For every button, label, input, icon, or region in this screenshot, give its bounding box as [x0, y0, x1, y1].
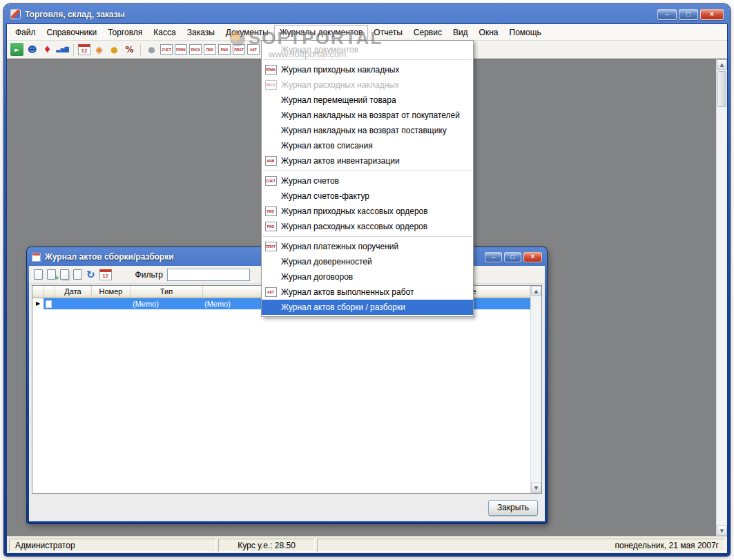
menu-servis[interactable]: Сервис: [408, 25, 447, 40]
row-icon-cell: [44, 298, 55, 309]
menu-item-scheta-faktury[interactable]: Журнал счетов-фактур: [262, 189, 473, 204]
cash-in-doc-icon: ПКО: [265, 206, 277, 216]
scroll-up-icon[interactable]: ▲: [531, 286, 541, 296]
menu-item-peremescheniya-tovara[interactable]: Журнал перемещений товара: [262, 93, 473, 108]
current-row-marker: ▶: [32, 298, 44, 309]
column-header-icon[interactable]: [44, 286, 55, 298]
menu-spravochniki[interactable]: Справочники: [41, 25, 103, 40]
payment-doc-icon: ПЛАТ: [265, 242, 277, 251]
menu-kassa[interactable]: Касса: [148, 25, 181, 40]
expense-doc-icon[interactable]: РАСХ: [189, 44, 202, 55]
menu-item-scheta[interactable]: СЧЕТ Журнал счетов: [262, 173, 473, 189]
menu-item-prihodnye-nakladnye[interactable]: ПРИХ Журнал приходных накладных: [262, 62, 473, 77]
toolbar-separator: [73, 44, 74, 56]
documents-icon[interactable]: [73, 269, 82, 280]
calendar-icon[interactable]: 12: [78, 44, 90, 55]
status-date: понедельник, 21 мая 2007г: [317, 539, 725, 552]
goods-icon[interactable]: ♦: [41, 43, 54, 56]
mdi-scrollbar[interactable]: ▲ ▼: [716, 59, 727, 536]
column-header-marker[interactable]: [32, 286, 44, 298]
period-calendar-icon[interactable]: 12: [99, 269, 112, 280]
menu-item-zhurnal-dokumentov[interactable]: Журнал документов: [262, 42, 473, 57]
income-doc-icon: ПРИХ: [265, 65, 277, 75]
menu-vid[interactable]: Вид: [447, 25, 474, 40]
income-doc-icon[interactable]: ПРИХ: [175, 44, 187, 55]
menu-otchety[interactable]: Отчеты: [368, 25, 407, 40]
memo-doc-icon: [46, 300, 52, 308]
menu-item-rashodnye-kassovye-ordera[interactable]: РКО Журнал расходных кассовых ордеров: [262, 219, 473, 234]
scroll-thumb[interactable]: [717, 71, 726, 107]
close-button[interactable]: ×: [700, 9, 724, 20]
scroll-down-icon[interactable]: ▼: [717, 525, 727, 536]
menubar: Файл Справочники Торговля Касса Заказы Д…: [7, 24, 727, 41]
cash-out-doc-icon[interactable]: РКО: [218, 44, 231, 55]
menu-item-dogovory[interactable]: Журнал договоров: [262, 269, 473, 284]
status-user: Администратор: [9, 539, 216, 552]
menu-separator: [263, 59, 472, 60]
exit-icon[interactable]: ►: [10, 43, 23, 56]
view-document-icon[interactable]: [34, 269, 43, 280]
menu-item-doverennosti[interactable]: Журнал доверенностей: [262, 254, 473, 269]
window-title: Торговля, склад, заказы: [25, 10, 653, 19]
cell-date: [55, 298, 91, 309]
minimize-button[interactable]: –: [657, 9, 677, 20]
menu-zhurnaly-dokumentov[interactable]: Журналы документов: [274, 25, 369, 40]
reports-icon[interactable]: ▃▅▇: [56, 43, 69, 56]
invoice-doc-icon[interactable]: СЧЕТ: [160, 44, 173, 55]
child-close-button[interactable]: ×: [523, 252, 542, 262]
close-journal-button[interactable]: Закрыть: [488, 500, 538, 516]
copy-document-icon[interactable]: [60, 269, 69, 280]
menu-separator: [263, 236, 472, 237]
column-header-number[interactable]: Номер: [91, 286, 131, 298]
rates-icon[interactable]: %: [123, 43, 136, 56]
menu-item-akty-spisaniya[interactable]: Журнал актов списания: [262, 138, 473, 153]
child-maximize-button[interactable]: □: [504, 252, 521, 262]
menu-item-vozvrat-ot-pokupateley[interactable]: Журнал накладных на возврат от покупател…: [262, 108, 473, 123]
menu-separator: [263, 171, 472, 171]
cash-out-doc-icon: РКО: [265, 222, 277, 231]
menu-dokumenty[interactable]: Документы: [220, 25, 274, 40]
filter-label: Фильтр: [135, 270, 163, 280]
services-icon[interactable]: ●: [145, 43, 158, 56]
journal-window-icon: [32, 253, 41, 262]
cell-number: [91, 298, 131, 309]
menu-item-akty-vypolnennyh-rabot[interactable]: АКТ Журнал актов выполненных работ: [262, 284, 473, 300]
menu-pomosch[interactable]: Помощь: [504, 25, 547, 40]
menu-item-platezhnye-porucheniya[interactable]: ПЛАТ Журнал платежных поручений: [262, 239, 473, 254]
table-scrollbar[interactable]: ▲ ▼: [530, 286, 541, 493]
menu-item-prihodnye-kassovye-ordera[interactable]: ПКО Журнал приходных кассовых ордеров: [262, 204, 473, 219]
payment-doc-icon[interactable]: ПЛАТ: [233, 44, 245, 55]
scroll-up-icon[interactable]: ▲: [717, 59, 727, 70]
menu-okna[interactable]: Окна: [474, 25, 504, 40]
menu-item-akty-sborki-razborki[interactable]: Журнал актов сборки / разборки: [262, 300, 473, 315]
cash-in-doc-icon[interactable]: ПКО: [204, 44, 216, 55]
filter-input[interactable]: [167, 269, 250, 281]
column-header-date[interactable]: Дата: [55, 286, 91, 298]
app-icon: [10, 9, 21, 19]
money-icon[interactable]: ●: [108, 43, 121, 56]
invoice-doc-icon: СЧЕТ: [265, 176, 277, 186]
cell-type: (Memo): [131, 298, 202, 309]
child-minimize-button[interactable]: –: [485, 252, 502, 262]
maximize-button[interactable]: □: [679, 9, 698, 20]
menu-file[interactable]: Файл: [10, 25, 41, 40]
expense-doc-icon: РАСХ: [265, 80, 277, 90]
time-icon[interactable]: ◉: [93, 43, 106, 56]
statusbar: Администратор Курс у.е.: 28.50 понедельн…: [7, 536, 727, 553]
menu-torgovlya[interactable]: Торговля: [102, 25, 148, 40]
contractors-icon[interactable]: ☻: [26, 43, 39, 56]
scroll-down-icon[interactable]: ▼: [531, 483, 541, 493]
main-titlebar: Торговля, склад, заказы – □ ×: [6, 6, 728, 23]
add-document-icon[interactable]: +: [47, 269, 56, 280]
act-doc-icon: АКТ: [265, 287, 277, 297]
refresh-icon[interactable]: ↻: [86, 269, 95, 281]
menu-item-vozvrat-postavschiku[interactable]: Журнал накладных на возврат поставщику: [262, 123, 473, 138]
inventory-doc-icon: ИНВ: [265, 156, 277, 166]
menu-item-rashodnye-nakladnye[interactable]: РАСХ Журнал расходных накладных: [262, 77, 473, 93]
status-currency-rate: Курс у.е.: 28.50: [218, 539, 315, 552]
column-header-type[interactable]: Тип: [131, 286, 202, 298]
journals-dropdown-menu: Журнал документов ПРИХ Журнал приходных …: [261, 40, 474, 317]
menu-zakazy[interactable]: Заказы: [182, 25, 220, 40]
act-doc-icon[interactable]: АКТ: [247, 44, 260, 55]
menu-item-akty-inventarizacii[interactable]: ИНВ Журнал актов инвентаризации: [262, 153, 473, 168]
